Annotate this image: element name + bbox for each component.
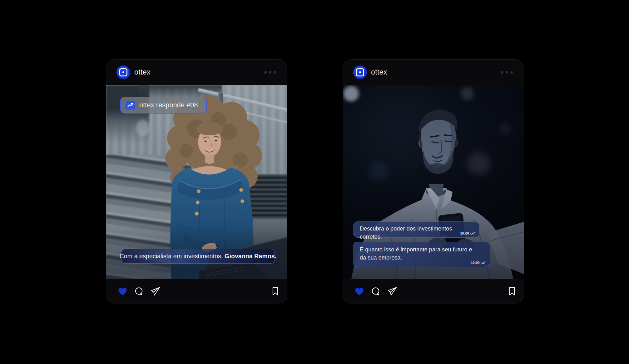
paper-plane-icon — [151, 286, 161, 296]
save-button[interactable] — [509, 287, 515, 296]
heart-icon — [118, 287, 127, 296]
logo-mark — [119, 68, 127, 76]
ottex-logo-icon[interactable] — [116, 66, 130, 79]
post-header: ottex — [106, 59, 287, 85]
share-button[interactable] — [151, 286, 161, 296]
ottex-responde-badge: ottex responde #08 — [120, 97, 207, 114]
like-button[interactable] — [354, 287, 364, 296]
chat-bubble: E quanto isso é importante para seu futu… — [353, 242, 490, 267]
badge-label: ottex responde #08 — [139, 101, 198, 109]
bubble-time: 10:00 — [460, 231, 469, 235]
bubble-text: Descubra o poder dos investimentos corre… — [360, 225, 474, 241]
save-button[interactable] — [272, 287, 279, 296]
double-check-icon — [470, 232, 475, 235]
like-button[interactable] — [118, 287, 127, 296]
comment-button[interactable] — [134, 287, 144, 296]
caption-text: Com a especialista em investimentos, Gio… — [120, 253, 277, 260]
chat-bubble: Descubra o poder dos investimentos corre… — [353, 221, 480, 238]
ottex-logo-icon[interactable] — [353, 66, 367, 79]
trending-up-icon — [126, 101, 135, 109]
bubble-text: E quanto isso é importante para seu futu… — [360, 245, 476, 262]
username[interactable]: ottex — [371, 68, 387, 76]
comment-bubble-icon — [371, 287, 380, 296]
caption-pill: Com a especialista em investimentos, Gio… — [121, 249, 275, 264]
logo-dot — [359, 71, 361, 73]
username[interactable]: ottex — [134, 68, 151, 76]
double-check-icon — [481, 261, 486, 264]
bubble-time: 10:00 — [471, 261, 480, 265]
bubble-meta: 10:00 — [471, 261, 486, 265]
three-dots-menu-icon[interactable] — [501, 71, 513, 74]
share-button[interactable] — [387, 286, 397, 296]
bubble-meta: 10:00 — [460, 231, 475, 235]
logo-dot — [122, 71, 124, 73]
canvas: ottex — [0, 0, 629, 364]
post-actions — [343, 279, 524, 303]
heart-icon — [354, 287, 364, 296]
three-dots-menu-icon[interactable] — [264, 71, 276, 74]
post-card: ottex — [106, 59, 287, 303]
post-image-woman-investor: ottex responde #08 Com a especialista em… — [106, 85, 287, 279]
bookmark-icon — [272, 287, 279, 296]
post-header: ottex — [343, 59, 524, 85]
specialist-name: Giovanna Ramos. — [225, 253, 276, 260]
post-card: ottex — [343, 59, 524, 303]
comment-button[interactable] — [371, 287, 380, 296]
comment-bubble-icon — [134, 287, 144, 296]
post-actions — [106, 279, 287, 303]
bookmark-icon — [509, 287, 515, 296]
logo-mark — [356, 68, 364, 76]
paper-plane-icon — [387, 286, 397, 296]
post-image-man-phone: Descubra o poder dos investimentos corre… — [343, 85, 524, 279]
